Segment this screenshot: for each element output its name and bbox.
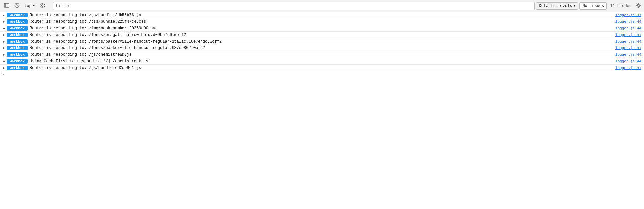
expand-arrow[interactable]: ▶ bbox=[1, 33, 7, 37]
log-link[interactable]: logger.js:44 bbox=[615, 46, 641, 50]
expand-arrow[interactable]: ▶ bbox=[1, 26, 7, 30]
svg-point-4 bbox=[40, 4, 45, 7]
log-message: Router is responding to: /fonts/baskervi… bbox=[30, 39, 222, 44]
table-row: ▶ workbox Router is responding to: /js/b… bbox=[0, 65, 644, 71]
row-content: workbox Router is responding to: /js/bun… bbox=[7, 65, 644, 71]
expand-arrow[interactable]: ▶ bbox=[1, 59, 7, 63]
levels-button[interactable]: Default levels ▼ bbox=[536, 2, 578, 10]
no-entry-icon bbox=[14, 3, 20, 9]
row-content: workbox Router is responding to: /js/che… bbox=[7, 52, 644, 57]
row-content: workbox Router is responding to: /fonts/… bbox=[7, 39, 644, 44]
sidebar-toggle-button[interactable] bbox=[2, 2, 11, 10]
log-link[interactable]: logger.js:44 bbox=[615, 20, 641, 24]
expand-arrow[interactable]: ▶ bbox=[1, 13, 7, 17]
expand-arrow[interactable]: ▶ bbox=[1, 53, 7, 57]
row-content: workbox Router is responding to: /js/bun… bbox=[7, 13, 644, 18]
workbox-badge: workbox bbox=[7, 26, 28, 31]
log-link[interactable]: logger.js:44 bbox=[615, 53, 641, 57]
table-row: ▶ workbox Router is responding to: /css/… bbox=[0, 18, 644, 25]
row-content: workbox Router is responding to: /css/bu… bbox=[7, 19, 644, 24]
svg-line-3 bbox=[15, 4, 18, 7]
workbox-badge: workbox bbox=[7, 66, 28, 70]
settings-button[interactable] bbox=[635, 2, 642, 10]
filter-input[interactable] bbox=[53, 2, 535, 10]
workbox-badge: workbox bbox=[7, 59, 28, 64]
workbox-badge: workbox bbox=[7, 39, 28, 44]
row-content: workbox Router is responding to: /img/bo… bbox=[7, 26, 644, 31]
log-message: Using CacheFirst to respond to '/js/chem… bbox=[30, 59, 150, 64]
chevron-down-icon: ▼ bbox=[33, 4, 35, 8]
log-message: Router is responding to: /fonts/pragati-… bbox=[30, 33, 186, 37]
separator bbox=[50, 3, 50, 9]
issues-label: No Issues bbox=[582, 4, 604, 8]
sidebar-icon bbox=[4, 3, 9, 9]
expand-arrow[interactable]: ▶ bbox=[1, 20, 7, 24]
log-message: Router is responding to: /img/book-numbe… bbox=[30, 26, 158, 31]
inspect-toggle-button[interactable] bbox=[38, 2, 47, 10]
row-content: workbox Router is responding to: /fonts/… bbox=[7, 32, 644, 38]
gear-icon bbox=[636, 3, 641, 9]
table-row: ▶ workbox Router is responding to: /js/c… bbox=[0, 51, 644, 58]
prompt-symbol: > bbox=[1, 73, 4, 77]
table-row: ▶ workbox Router is responding to: /font… bbox=[0, 32, 644, 38]
row-content: workbox Router is responding to: /fonts/… bbox=[7, 45, 644, 51]
log-message: Router is responding to: /js/bundle.2db5… bbox=[30, 13, 141, 17]
workbox-badge: workbox bbox=[7, 13, 28, 17]
clear-console-button[interactable] bbox=[13, 1, 22, 10]
context-label: top bbox=[24, 4, 32, 8]
log-link[interactable]: logger.js:44 bbox=[615, 66, 641, 70]
svg-rect-0 bbox=[4, 3, 9, 7]
row-content: workbox Using CacheFirst to respond to '… bbox=[7, 59, 644, 64]
log-link[interactable]: logger.js:44 bbox=[615, 59, 641, 63]
svg-point-6 bbox=[637, 4, 639, 6]
log-link[interactable]: logger.js:44 bbox=[615, 40, 641, 44]
workbox-badge: workbox bbox=[7, 46, 28, 50]
levels-label: Default levels bbox=[539, 4, 572, 8]
log-link[interactable]: logger.js:44 bbox=[615, 26, 641, 30]
workbox-badge: workbox bbox=[7, 33, 28, 37]
log-message: Router is responding to: /js/bundle.ed2e… bbox=[30, 66, 141, 70]
log-link[interactable]: logger.js:44 bbox=[615, 13, 641, 17]
table-row: ▶ workbox Router is responding to: /img/… bbox=[0, 25, 644, 32]
log-link[interactable]: logger.js:44 bbox=[615, 33, 641, 37]
table-row: ▶ workbox Router is responding to: /font… bbox=[0, 38, 644, 45]
hidden-count: 11 hidden bbox=[608, 4, 633, 8]
console-content: ▶ workbox Router is responding to: /js/b… bbox=[0, 12, 644, 71]
expand-arrow[interactable]: ▶ bbox=[1, 40, 7, 44]
workbox-badge: workbox bbox=[7, 52, 28, 57]
log-message: Router is responding to: /fonts/baskervi… bbox=[30, 46, 205, 50]
table-row: ▶ workbox Router is responding to: /js/b… bbox=[0, 12, 644, 18]
log-message: Router is responding to: /js/chemistreak… bbox=[30, 52, 132, 57]
expand-arrow[interactable]: ▶ bbox=[1, 46, 7, 50]
log-message: Router is responding to: /css/bundle.225… bbox=[30, 19, 146, 24]
workbox-badge: workbox bbox=[7, 19, 28, 24]
eye-icon bbox=[40, 3, 45, 9]
table-row: ▶ workbox Router is responding to: /font… bbox=[0, 45, 644, 51]
svg-point-5 bbox=[41, 5, 43, 6]
toolbar: top ▼ Default levels ▼ No Issues 11 hidd… bbox=[0, 0, 644, 12]
expand-arrow[interactable]: ▶ bbox=[1, 66, 7, 70]
prompt-row: > bbox=[0, 71, 644, 78]
levels-chevron-icon: ▼ bbox=[573, 4, 575, 8]
table-row: ▶ workbox Using CacheFirst to respond to… bbox=[0, 58, 644, 65]
issues-button[interactable]: No Issues bbox=[579, 2, 607, 10]
context-selector-button[interactable]: top ▼ bbox=[23, 3, 36, 9]
